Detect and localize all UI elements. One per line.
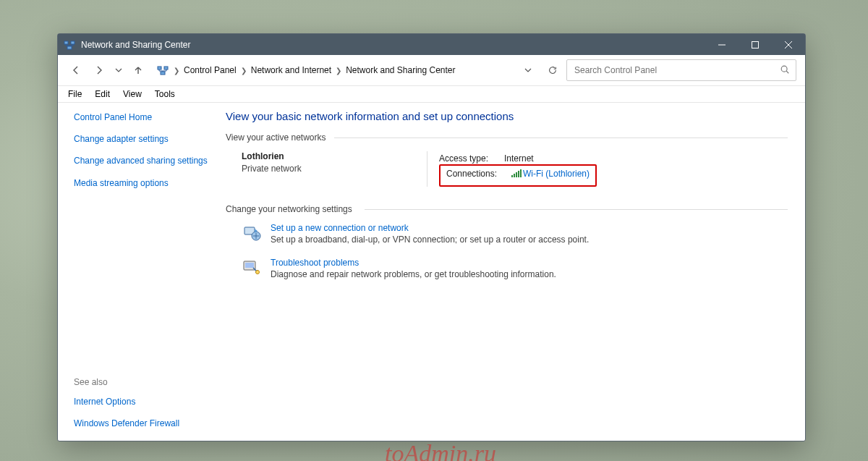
recent-locations-button[interactable] xyxy=(113,61,124,80)
sidebar-link-home[interactable]: Control Panel Home xyxy=(74,111,211,123)
task-desc: Set up a broadband, dial-up, or VPN conn… xyxy=(271,234,589,245)
sidebar-link-media-streaming[interactable]: Media streaming options xyxy=(74,177,211,189)
page-heading: View your basic network information and … xyxy=(226,110,788,122)
svg-rect-2 xyxy=(67,46,72,49)
change-settings-label: Change your networking settings xyxy=(226,204,788,214)
task-link[interactable]: Troubleshoot problems xyxy=(271,258,556,268)
task-link[interactable]: Set up a new connection or network xyxy=(271,223,589,233)
chevron-right-icon: ❯ xyxy=(241,67,247,75)
svg-rect-10 xyxy=(516,172,517,177)
sidebar-link-advanced-sharing[interactable]: Change advanced sharing settings xyxy=(74,155,211,166)
see-also-label: See also xyxy=(74,377,211,387)
forward-button[interactable] xyxy=(90,61,109,80)
search-icon[interactable] xyxy=(780,64,790,77)
title-bar: Network and Sharing Center xyxy=(58,34,805,55)
svg-point-17 xyxy=(256,270,260,274)
content-pane: View your basic network information and … xyxy=(217,103,805,442)
breadcrumb-item[interactable]: Network and Sharing Center xyxy=(346,65,455,75)
connection-link[interactable]: Wi-Fi (Lothlorien) xyxy=(511,166,590,182)
access-type-value: Internet xyxy=(504,151,534,166)
sidebar-link-internet-options[interactable]: Internet Options xyxy=(74,396,211,407)
window-controls xyxy=(705,34,805,55)
svg-rect-11 xyxy=(518,171,519,177)
maximize-button[interactable] xyxy=(739,34,772,55)
window-title: Network and Sharing Center xyxy=(81,40,190,50)
up-button[interactable] xyxy=(129,61,148,80)
active-network-block: Lothlorien Private network Access type: … xyxy=(242,151,788,187)
network-sharing-center-icon xyxy=(156,64,169,76)
svg-rect-6 xyxy=(161,72,165,75)
svg-rect-0 xyxy=(64,41,68,44)
address-dropdown-button[interactable] xyxy=(519,61,537,80)
svg-point-7 xyxy=(781,66,787,72)
menu-tools[interactable]: Tools xyxy=(149,88,181,101)
control-panel-window: Network and Sharing Center xyxy=(57,33,806,441)
menu-view[interactable]: View xyxy=(117,88,148,101)
address-bar-row: ❯ Control Panel ❯ Network and Internet ❯… xyxy=(58,55,805,86)
chevron-right-icon: ❯ xyxy=(336,67,341,75)
active-networks-label: View your active networks xyxy=(226,132,788,143)
wifi-signal-icon xyxy=(511,168,522,182)
connection-name: Wi-Fi (Lothlorien) xyxy=(523,169,590,179)
connections-label: Connections: xyxy=(446,166,503,182)
access-type-label: Access type: xyxy=(439,151,495,166)
breadcrumb-item[interactable]: Network and Internet xyxy=(251,65,331,75)
svg-rect-8 xyxy=(511,175,513,177)
task-setup-connection: Set up a new connection or network Set u… xyxy=(242,223,788,245)
back-button[interactable] xyxy=(67,61,85,80)
refresh-button[interactable] xyxy=(543,61,562,80)
menu-file[interactable]: File xyxy=(62,88,88,101)
chevron-right-icon: ❯ xyxy=(174,67,179,75)
menu-edit[interactable]: Edit xyxy=(89,88,116,101)
sidebar-link-adapter-settings[interactable]: Change adapter settings xyxy=(74,133,211,145)
task-troubleshoot: Troubleshoot problems Diagnose and repai… xyxy=(242,258,788,279)
close-button[interactable] xyxy=(772,34,805,55)
sidebar: Control Panel Home Change adapter settin… xyxy=(58,103,217,442)
svg-rect-9 xyxy=(514,174,515,177)
network-sharing-center-icon xyxy=(64,39,75,51)
svg-rect-12 xyxy=(520,169,522,177)
svg-rect-5 xyxy=(164,67,168,69)
search-input[interactable] xyxy=(573,64,780,76)
minimize-button[interactable] xyxy=(705,34,739,55)
breadcrumb-item[interactable]: Control Panel xyxy=(184,65,237,75)
svg-rect-3 xyxy=(752,41,759,48)
watermark-text: toAdmin.ru xyxy=(385,440,496,461)
network-type: Private network xyxy=(242,164,427,174)
sidebar-link-defender-firewall[interactable]: Windows Defender Firewall xyxy=(74,418,211,429)
menu-bar: File Edit View Tools xyxy=(58,86,805,103)
troubleshoot-icon xyxy=(242,258,262,278)
setup-connection-icon xyxy=(242,223,262,243)
breadcrumb-bar[interactable]: ❯ Control Panel ❯ Network and Internet ❯… xyxy=(152,60,511,80)
svg-rect-1 xyxy=(71,41,75,44)
network-name: Lothlorien xyxy=(242,151,427,161)
connections-highlight: Connections: Wi-Fi (Lothlorien) xyxy=(439,164,597,186)
svg-rect-4 xyxy=(158,67,161,69)
svg-rect-16 xyxy=(245,263,254,268)
access-type-row: Access type: Internet xyxy=(439,151,597,166)
search-box[interactable] xyxy=(566,59,796,81)
task-desc: Diagnose and repair network problems, or… xyxy=(271,269,556,279)
